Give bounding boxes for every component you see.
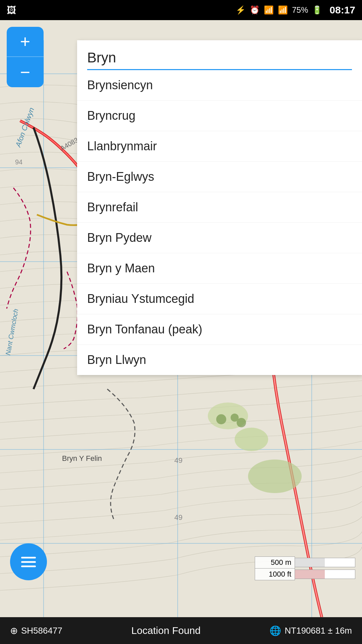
coord-right-container: 🌐 NT190681 ± 16m [269,625,352,636]
signal-icon: 📶 [278,5,288,15]
search-panel: BrynsiencynBryncrugLlanbrynmairBryn-Eglw… [77,40,362,375]
coord-right: NT190681 ± 16m [285,626,352,636]
map-view[interactable]: A4083 Afon Colwyn Nant Cwmcloch 94 49 4 [0,20,362,617]
gps-crosshair-icon: ⊕ [10,625,18,636]
suggestion-item[interactable]: Brynrefail [77,192,362,223]
svg-point-14 [248,460,302,493]
suggestion-item[interactable]: Bryn-Eglwys [77,162,362,192]
map-place-label: Bryn Y Felin [62,454,102,463]
coord-left-container: ⊕ SH586477 [10,625,62,636]
svg-point-16 [216,414,226,424]
bottom-bar: ⊕ SH586477 Location Found 🌐 NT190681 ± 1… [0,617,362,644]
suggestion-item[interactable]: Bryniau Ystumcegid [77,284,362,314]
search-input[interactable] [87,50,352,69]
scale-feet: 1000 ft [255,568,295,580]
menu-fab-button[interactable] [10,543,47,580]
scale-bar: 500 m 1000 ft [255,556,355,580]
menu-icon [21,557,36,567]
battery-icon: 🔋 [312,5,322,15]
zoom-out-button[interactable]: − [7,57,44,87]
status-bar: 🖼 ⚡ ⏰ 📶 📶 75% 🔋 08:17 [0,0,362,20]
gallery-icon: 🖼 [7,5,16,16]
scale-meters: 500 m [255,556,295,569]
svg-text:49: 49 [174,456,182,465]
alarm-icon: ⏰ [250,5,260,15]
suggestions-list: BrynsiencynBryncrugLlanbrynmairBryn-Eglw… [77,70,362,375]
suggestion-item[interactable]: Bryn y Maen [77,253,362,284]
wifi-icon: 📶 [264,5,274,15]
zoom-controls: + − [7,27,44,87]
svg-point-18 [237,418,246,427]
battery-label: 75% [292,5,308,15]
svg-text:49: 49 [174,513,182,522]
suggestion-item[interactable]: Bryn Llwyn [77,345,362,375]
coord-left: SH586477 [21,626,62,636]
svg-point-13 [235,428,268,451]
globe-icon: 🌐 [269,625,281,636]
bluetooth-icon: ⚡ [236,5,246,15]
clock: 08:17 [329,4,355,16]
location-found-label: Location Found [131,625,201,636]
svg-text:94: 94 [15,158,22,166]
suggestion-item[interactable]: Bryncrug [77,101,362,131]
suggestion-item[interactable]: Bryn Tonfanau (peak) [77,314,362,345]
suggestion-item[interactable]: Brynsiencyn [77,70,362,101]
suggestion-item[interactable]: Bryn Pydew [77,223,362,253]
suggestion-item[interactable]: Llanbrynmair [77,131,362,162]
zoom-in-button[interactable]: + [7,27,44,57]
